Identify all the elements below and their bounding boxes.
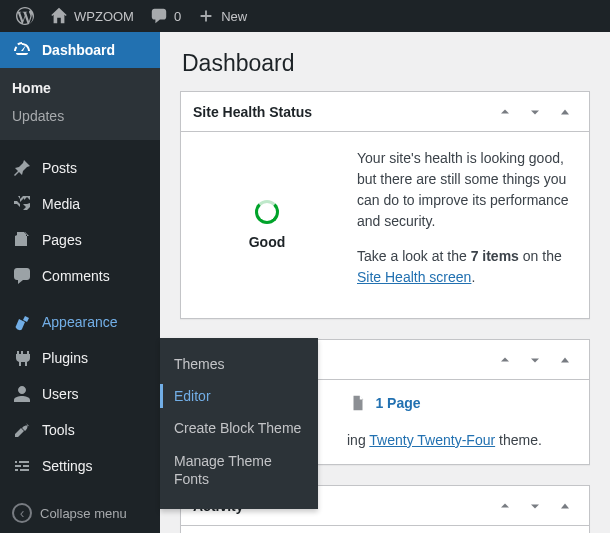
tools-icon — [12, 420, 32, 440]
menu-settings-label: Settings — [42, 458, 93, 474]
wp-logo[interactable] — [8, 0, 42, 32]
site-health-cta: Take a look at the 7 items on the Site H… — [357, 246, 573, 288]
menu-posts-label: Posts — [42, 160, 77, 176]
move-up-button[interactable] — [493, 348, 517, 372]
flyout-manage-theme-fonts[interactable]: Manage Theme Fonts — [160, 445, 318, 495]
dashboard-icon — [12, 40, 32, 60]
page-title: Dashboard — [180, 32, 590, 91]
move-down-button[interactable] — [523, 494, 547, 518]
comment-icon — [150, 7, 168, 25]
submenu-updates[interactable]: Updates — [0, 102, 160, 130]
glance-pages-link[interactable]: 1 Page — [375, 395, 420, 411]
menu-plugins-label: Plugins — [42, 350, 88, 366]
caret-up-icon — [557, 352, 573, 368]
menu-pages-label: Pages — [42, 232, 82, 248]
menu-dashboard-label: Dashboard — [42, 42, 115, 58]
plugins-icon — [12, 348, 32, 368]
site-health-header: Site Health Status — [181, 92, 589, 132]
menu-media-label: Media — [42, 196, 80, 212]
flyout-editor[interactable]: Editor — [160, 380, 318, 412]
wordpress-icon — [16, 7, 34, 25]
menu-media[interactable]: Media — [0, 186, 160, 222]
submenu-home[interactable]: Home — [0, 74, 160, 102]
move-up-button[interactable] — [493, 100, 517, 124]
new-content-link[interactable]: New — [189, 0, 255, 32]
chevron-down-icon — [527, 498, 543, 514]
move-up-button[interactable] — [493, 494, 517, 518]
flyout-create-block-theme[interactable]: Create Block Theme — [160, 412, 318, 444]
pin-icon — [12, 158, 32, 178]
comments-icon — [12, 266, 32, 286]
page-icon — [349, 394, 367, 412]
appearance-flyout: Themes Editor Create Block Theme Manage … — [160, 338, 318, 509]
pages-icon — [12, 230, 32, 250]
site-health-heading: Site Health Status — [193, 104, 493, 120]
toggle-panel-button[interactable] — [553, 100, 577, 124]
site-name-label: WPZOOM — [74, 9, 134, 24]
site-health-indicator — [255, 200, 279, 224]
move-down-button[interactable] — [523, 348, 547, 372]
menu-tools-label: Tools — [42, 422, 75, 438]
caret-up-icon — [557, 498, 573, 514]
appearance-icon — [12, 312, 32, 332]
comments-count: 0 — [174, 9, 181, 24]
collapse-icon — [12, 503, 32, 523]
users-icon — [12, 384, 32, 404]
settings-icon — [12, 456, 32, 476]
dashboard-submenu: Home Updates — [0, 68, 160, 140]
glance-theme-link[interactable]: Twenty Twenty-Four — [369, 432, 495, 448]
admin-bar: WPZOOM 0 New — [0, 0, 610, 32]
toggle-panel-button[interactable] — [553, 494, 577, 518]
chevron-up-icon — [497, 498, 513, 514]
menu-posts[interactable]: Posts — [0, 150, 160, 186]
menu-comments-label: Comments — [42, 268, 110, 284]
menu-plugins[interactable]: Plugins — [0, 340, 160, 376]
site-health-description: Your site's health is looking good, but … — [357, 148, 573, 232]
toggle-panel-button[interactable] — [553, 348, 577, 372]
move-down-button[interactable] — [523, 100, 547, 124]
chevron-down-icon — [527, 104, 543, 120]
plus-icon — [197, 7, 215, 25]
flyout-themes[interactable]: Themes — [160, 348, 318, 380]
comments-link[interactable]: 0 — [142, 0, 189, 32]
menu-users[interactable]: Users — [0, 376, 160, 412]
chevron-down-icon — [527, 352, 543, 368]
site-health-box: Site Health Status Good Your site's heal… — [180, 91, 590, 319]
collapse-label: Collapse menu — [40, 506, 127, 521]
new-label: New — [221, 9, 247, 24]
caret-up-icon — [557, 104, 573, 120]
site-name-link[interactable]: WPZOOM — [42, 0, 142, 32]
site-health-status: Good — [249, 234, 286, 250]
menu-users-label: Users — [42, 386, 79, 402]
menu-appearance[interactable]: Appearance — [0, 304, 160, 340]
menu-dashboard[interactable]: Dashboard — [0, 32, 160, 68]
home-icon — [50, 7, 68, 25]
menu-settings[interactable]: Settings — [0, 448, 160, 484]
menu-appearance-label: Appearance — [42, 314, 118, 330]
menu-tools[interactable]: Tools — [0, 412, 160, 448]
media-icon — [12, 194, 32, 214]
site-health-link[interactable]: Site Health screen — [357, 269, 471, 285]
chevron-up-icon — [497, 104, 513, 120]
collapse-menu[interactable]: Collapse menu — [0, 493, 160, 533]
menu-pages[interactable]: Pages — [0, 222, 160, 258]
chevron-up-icon — [497, 352, 513, 368]
menu-comments[interactable]: Comments — [0, 258, 160, 294]
admin-sidebar: Dashboard Home Updates Posts Media Pages… — [0, 32, 160, 533]
